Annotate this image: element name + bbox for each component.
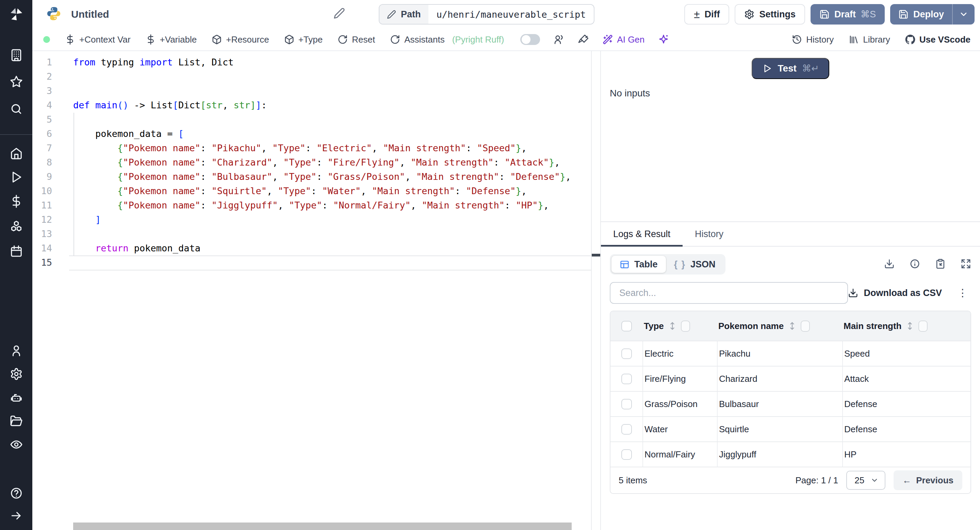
resources-boxes-icon[interactable] — [0, 219, 32, 234]
column-filter-box[interactable] — [801, 321, 810, 332]
user-icon[interactable] — [0, 343, 32, 358]
line-number: 11 — [32, 198, 73, 212]
row-checkbox[interactable] — [621, 399, 632, 409]
view-toggle: Table { } JSON — [610, 254, 725, 275]
view-json-option[interactable]: { } JSON — [666, 256, 724, 273]
favorites-star-icon[interactable] — [0, 74, 32, 89]
code-line[interactable]: 15 — [32, 255, 591, 270]
column-filter-box[interactable] — [681, 321, 690, 332]
folders-icon[interactable] — [0, 413, 32, 428]
windmill-logo[interactable] — [0, 0, 32, 29]
no-inputs-label: No inputs — [610, 88, 971, 99]
pane-splitter[interactable] — [591, 51, 601, 530]
ai-gen-button[interactable]: AI Gen — [603, 34, 644, 45]
sort-icon[interactable] — [788, 321, 796, 331]
home-icon[interactable] — [0, 146, 32, 161]
table-menu-kebab[interactable]: ⋮ — [958, 288, 968, 298]
code-line[interactable]: 12 ] — [32, 212, 591, 227]
code-line[interactable]: 1from typing import List, Dict — [32, 55, 591, 69]
audit-eye-icon[interactable] — [0, 437, 32, 452]
expand-icon[interactable] — [961, 259, 971, 270]
workers-robot-icon[interactable] — [0, 390, 32, 405]
users-icon[interactable] — [554, 34, 565, 45]
download-csv-button[interactable]: Download as CSV — [848, 288, 942, 299]
settings-gear-icon[interactable] — [0, 367, 32, 382]
add-context-var-button[interactable]: +Context Var — [65, 34, 130, 45]
code-line[interactable]: 6 pokemon_data = [ — [32, 127, 591, 141]
format-brush-icon[interactable] — [578, 34, 589, 45]
table-row: Normal/FairyJigglypuffHP — [611, 441, 970, 467]
download-result-icon[interactable] — [884, 259, 894, 270]
edit-summary-pencil-icon[interactable] — [334, 8, 345, 21]
info-icon[interactable] — [910, 259, 920, 270]
table-body: ElectricPikachuSpeedFire/FlyingCharizard… — [611, 341, 970, 467]
table-row: Fire/FlyingCharizardAttack — [611, 366, 970, 391]
column-filter-box[interactable] — [918, 321, 928, 332]
previous-page-button[interactable]: ← Previous — [894, 470, 962, 490]
assistants-button[interactable]: Assistants (Pyright Ruff) — [390, 34, 504, 45]
deploy-button[interactable]: Deploy — [890, 4, 952, 24]
search-input[interactable] — [610, 282, 848, 304]
add-variable-button[interactable]: +Variable — [146, 34, 197, 45]
code-line[interactable]: 8 {"Pokemon name": "Charizard", "Type": … — [32, 155, 591, 170]
path-value[interactable]: u/henri/maneuverable_script — [428, 5, 594, 24]
row-checkbox[interactable] — [621, 449, 632, 460]
schedules-calendar-icon[interactable] — [0, 244, 32, 259]
table-icon — [620, 260, 630, 270]
chevron-down-icon — [870, 476, 878, 484]
multiplayer-toggle[interactable] — [520, 34, 540, 45]
expand-sidebar-arrow-icon[interactable] — [0, 508, 32, 523]
runs-play-icon[interactable] — [0, 170, 32, 185]
code-text — [73, 69, 591, 84]
code-line[interactable]: 3 — [32, 84, 591, 98]
path-field[interactable]: Path u/henri/maneuverable_script — [379, 4, 595, 24]
code-line[interactable]: 9 {"Pokemon name": "Bulbasaur", "Type": … — [32, 170, 591, 184]
diff-icon: ± — [694, 9, 700, 20]
draft-button[interactable]: Draft ⌘S — [811, 4, 885, 24]
download-icon — [848, 288, 858, 298]
code-line[interactable]: 13 — [32, 227, 591, 241]
items-count: 5 items — [619, 475, 647, 486]
table-cell: Fire/Flying — [643, 367, 717, 391]
select-all-checkbox[interactable] — [621, 321, 632, 331]
row-checkbox[interactable] — [621, 348, 632, 359]
row-checkbox[interactable] — [621, 424, 632, 435]
variables-dollar-icon[interactable] — [0, 194, 32, 209]
code-line[interactable]: 2 — [32, 69, 591, 84]
code-line[interactable]: 10 {"Pokemon name": "Squirtle", "Type": … — [32, 184, 591, 198]
history-button[interactable]: History — [792, 34, 834, 45]
search-icon[interactable] — [0, 102, 32, 117]
table-cell: Attack — [842, 367, 970, 391]
tab-history[interactable]: History — [682, 222, 736, 246]
code-line[interactable]: 5 — [32, 112, 591, 127]
sort-icon[interactable] — [669, 321, 676, 331]
diff-button[interactable]: ± Diff — [684, 4, 730, 24]
braces-icon: { } — [674, 259, 686, 270]
library-button[interactable]: Library — [849, 34, 890, 45]
code-editor[interactable]: 1from typing import List, Dict234def mai… — [32, 51, 591, 530]
sparkles-icon[interactable] — [658, 34, 669, 45]
add-resource-button[interactable]: +Resource — [212, 34, 269, 45]
code-line[interactable]: 14 return pokemon_data — [32, 241, 591, 255]
code-line[interactable]: 11 {"Pokemon name": "Jigglypuff", "Type"… — [32, 198, 591, 212]
splitter-handle[interactable] — [592, 254, 600, 257]
view-table-option[interactable]: Table — [611, 256, 666, 273]
use-vscode-button[interactable]: Use VScode — [905, 34, 970, 45]
add-type-button[interactable]: +Type — [284, 34, 323, 45]
copy-clipboard-icon[interactable] — [935, 259, 946, 270]
page-size-select[interactable]: 25 — [846, 471, 885, 490]
workspace-icon[interactable] — [0, 48, 32, 63]
code-text: from typing import List, Dict — [73, 55, 591, 69]
sort-icon[interactable] — [906, 321, 914, 331]
table-cell: Charizard — [717, 367, 842, 391]
help-icon[interactable] — [0, 486, 32, 501]
settings-button[interactable]: Settings — [735, 4, 805, 24]
code-line[interactable]: 7 {"Pokemon name": "Pikachu", "Type": "E… — [32, 141, 591, 155]
deploy-more-caret[interactable] — [952, 4, 975, 24]
row-checkbox[interactable] — [621, 374, 632, 384]
code-line[interactable]: 4def main() -> List[Dict[str, str]]: — [32, 98, 591, 112]
tab-logs-result[interactable]: Logs & Result — [601, 222, 682, 246]
test-button[interactable]: Test ⌘↵ — [752, 58, 829, 79]
reset-button[interactable]: Reset — [337, 34, 375, 45]
horizontal-scrollbar[interactable] — [73, 522, 572, 530]
